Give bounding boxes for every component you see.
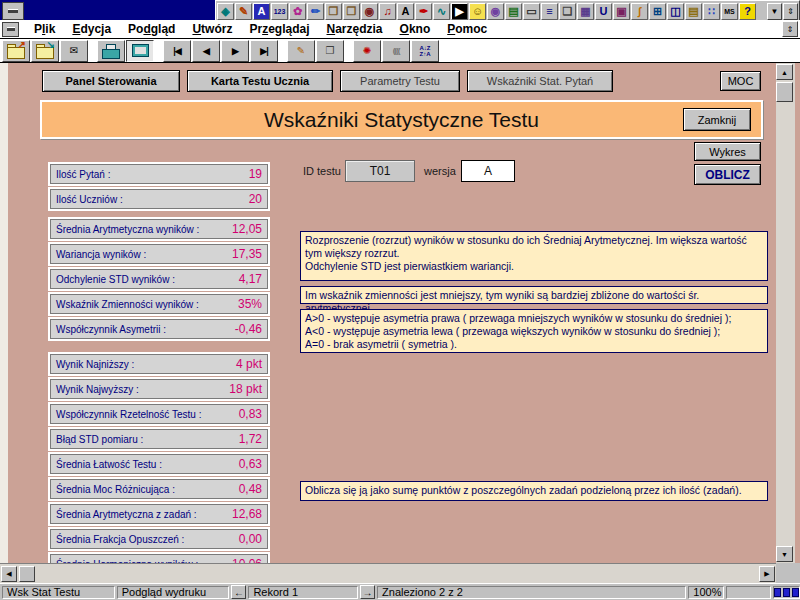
child-system-menu-icon <box>7 27 15 31</box>
stat-row: Średnia Łatwość Testu :0,63 <box>48 452 270 476</box>
msdos-icon[interactable]: MS <box>721 3 738 20</box>
form-window-icon[interactable]: ❐ <box>325 3 342 20</box>
switchboard-icon[interactable]: ⊞ <box>649 3 666 20</box>
cards-icon: ❐ <box>326 45 335 56</box>
design-view-button[interactable]: ✎ <box>287 40 315 62</box>
floating-toolbar: ◈✎A123✿✏❐❐◉♫A✒∿▶☺◉▤▭≡❏▦U▣∫⊞◫▤∷MS? ▼ ⇕ <box>215 0 800 22</box>
mail-button[interactable]: ✉ <box>60 40 88 62</box>
close-form-button[interactable]: Zamknij <box>683 108 751 131</box>
scroll-up-button[interactable]: ▲ <box>776 64 793 80</box>
film-icon[interactable]: ◉ <box>361 3 378 20</box>
vertical-scrollbar[interactable]: ▲ ▼ <box>776 63 795 563</box>
system-menu-icon <box>8 9 18 13</box>
next-record-button[interactable]: ▶ <box>221 40 249 62</box>
monitor-icon[interactable]: ▣ <box>613 3 630 20</box>
underline-icon[interactable]: U <box>595 3 612 20</box>
print-preview-button[interactable] <box>126 40 154 62</box>
menu-przegladaj[interactable]: Przeglądaj <box>249 22 309 36</box>
hook-icon[interactable]: ∫ <box>631 3 648 20</box>
last-record-button[interactable]: ▶| <box>250 40 278 62</box>
oblicz-button[interactable]: OBLICZ <box>694 164 761 185</box>
analyze-button[interactable]: ✺ <box>353 40 381 62</box>
cabinet-icon[interactable]: ▤ <box>685 3 702 20</box>
tab-panel-sterowania[interactable]: Panel Sterowania <box>42 70 180 92</box>
import-button[interactable]: ↘ <box>31 40 59 62</box>
vertical-scroll-thumb[interactable] <box>776 82 793 102</box>
stat-row: Wariancja wyników :17,35 <box>48 242 270 266</box>
menu-narzedzia[interactable]: Narzędzia <box>327 22 383 36</box>
status-next-button[interactable]: → <box>360 585 375 599</box>
child-system-menu-button[interactable] <box>2 22 19 37</box>
stat-row: Średnia Arytmetyczna wyników :12,05 <box>48 217 270 241</box>
toolbar-dropdown-button[interactable]: ▼ <box>767 3 782 20</box>
horizontal-scrollbar[interactable]: ◀ ▶ <box>0 563 776 584</box>
grid-icon[interactable]: ∷ <box>703 3 720 20</box>
menu-okno[interactable]: Okno <box>400 22 431 36</box>
records-indicator-icon <box>774 588 799 597</box>
tab-karta-testu-ucznia[interactable]: Karta Testu Ucznia <box>187 70 333 92</box>
previous-record-icon: ◀ <box>203 46 209 56</box>
menu-plik[interactable]: Plik <box>34 22 55 36</box>
cassette-icon[interactable]: ▭ <box>523 3 540 20</box>
info-asymmetry: A>0 - występuje asymetria prawa ( przewa… <box>300 309 768 353</box>
menu-spin-button[interactable]: ⇕ <box>782 21 798 37</box>
compass-icon[interactable]: ◈ <box>217 3 234 20</box>
scroll-down-button[interactable]: ▼ <box>776 546 793 562</box>
sliders-icon[interactable]: ≡ <box>541 3 558 20</box>
moc-button[interactable]: MOC <box>720 71 761 91</box>
status-found: Znaleziono 2 z 2 <box>377 586 686 599</box>
window-left-frame <box>0 63 8 563</box>
form-area: Panel Sterowania Karta Testu Ucznia Para… <box>0 63 800 563</box>
status-prev-button[interactable]: ← <box>231 585 246 599</box>
wersja-field[interactable]: A <box>461 160 515 182</box>
brush-icon[interactable]: ✏ <box>307 3 324 20</box>
tab-wskazniki-stat-pytan[interactable]: Wskaźniki Stat. Pytań <box>467 70 613 92</box>
page-title: Wskaźniki Statystyczne Testu <box>42 108 761 132</box>
scroll-right-button[interactable]: ▶ <box>759 566 775 582</box>
calculator-icon[interactable]: 123 <box>271 3 288 20</box>
cards-button[interactable]: ❐ <box>316 40 344 62</box>
book-icon[interactable]: ▤ <box>505 3 522 20</box>
menu-edycja[interactable]: Edycja <box>72 22 111 36</box>
chart-icon[interactable]: ∿ <box>433 3 450 20</box>
stat-row: Błąd STD pomiaru :1,72 <box>48 427 270 451</box>
menu-utworz[interactable]: Utwórz <box>192 22 232 36</box>
tab-parametry-testu[interactable]: Parametry Testu <box>340 70 460 92</box>
wykres-button[interactable]: Wykres <box>694 142 761 161</box>
toolbar-spin-button[interactable]: ⇕ <box>783 3 798 20</box>
menu-pomoc[interactable]: Pomoc <box>447 22 487 36</box>
cd-icon[interactable]: ◉ <box>487 3 504 20</box>
report-window-icon[interactable]: ❐ <box>343 3 360 20</box>
system-menu-button[interactable] <box>2 2 24 20</box>
mail-icon: ✉ <box>70 45 78 56</box>
stat-row: Współczynnik Asymetrii :-0,46 <box>48 317 270 341</box>
next-record-icon: ▶ <box>232 46 238 56</box>
play-icon[interactable]: ▶ <box>451 3 468 20</box>
microphone-icon[interactable]: ♫ <box>379 3 396 20</box>
letter-a-badge-icon[interactable]: A <box>253 3 270 20</box>
help-icon[interactable]: ? <box>739 3 756 20</box>
save-icon[interactable]: ◫ <box>667 3 684 20</box>
id-testu-field[interactable]: T01 <box>345 160 415 182</box>
letter-frame-icon[interactable]: A <box>397 3 414 20</box>
previous-record-button[interactable]: ◀ <box>192 40 220 62</box>
main-toolbar: ↗ ↘ ✉ |◀ ◀ ▶ ▶| ✎ ❐ ✺ (((( A↓Z Z↑A <box>0 38 800 63</box>
stats-group-counts: Ilość Pytań :19 Ilość Uczniów :20 <box>48 162 270 212</box>
status-bar: Wsk Stat Testu Podgląd wydruku ← Rekord … <box>0 583 800 600</box>
palette-icon[interactable]: ✿ <box>289 3 306 20</box>
status-records-indicator <box>773 586 800 599</box>
sort-button[interactable]: A↓Z Z↑A <box>411 40 439 62</box>
stat-row: Wynik Najniższy :4 pkt <box>48 352 270 376</box>
drafting-icon[interactable]: ✎ <box>235 3 252 20</box>
scroll-left-button[interactable]: ◀ <box>1 566 17 582</box>
blocks-icon[interactable]: ▦ <box>577 3 594 20</box>
clipboard-icon[interactable]: ❏ <box>559 3 576 20</box>
print-button[interactable] <box>97 40 125 62</box>
open-report-button[interactable]: ↗ <box>2 40 30 62</box>
menu-podglad[interactable]: Podgląd <box>128 22 175 36</box>
totals-button[interactable]: (((( <box>382 40 410 62</box>
horizontal-scroll-thumb[interactable] <box>19 566 35 582</box>
first-record-button[interactable]: |◀ <box>163 40 191 62</box>
annotate-icon[interactable]: ✒ <box>415 3 432 20</box>
smiley-icon[interactable]: ☺ <box>469 3 486 20</box>
